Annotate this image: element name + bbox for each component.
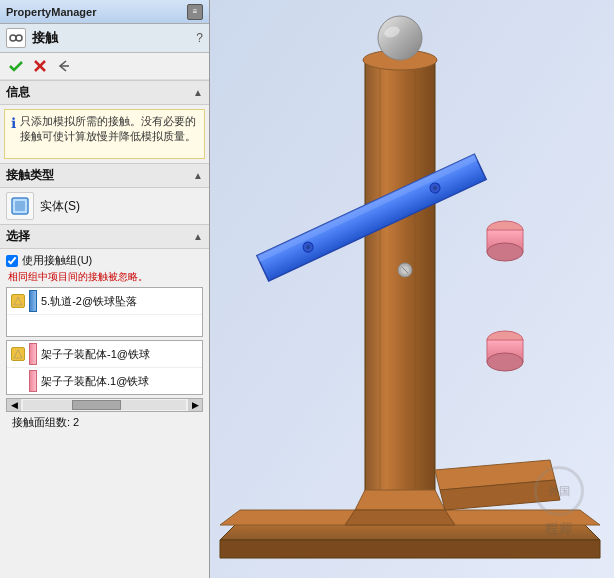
info-chevron-icon: ▲ <box>193 87 203 98</box>
cross-button[interactable] <box>30 56 50 76</box>
svg-rect-6 <box>15 201 25 211</box>
svg-point-28 <box>487 243 523 261</box>
list-item-bar-blue <box>29 290 37 312</box>
back-button[interactable] <box>54 56 74 76</box>
list-item-text-2: 架子子装配体-1@铁球 <box>41 347 150 362</box>
watermark: 外国 程师 <box>534 466 584 538</box>
list-item-icon-1 <box>11 294 25 308</box>
contact-type-title: 接触类型 <box>6 167 54 184</box>
use-contact-group-label: 使用接触组(U) <box>22 253 92 268</box>
contact-type-section: 接触类型 ▲ 实体(S) <box>0 163 209 224</box>
list-item-3[interactable]: 架子子装配体.1@铁球 <box>7 368 202 395</box>
watermark-line2: 程师 <box>545 520 573 538</box>
check-button[interactable] <box>6 56 26 76</box>
scrollbar[interactable]: ◀ ▶ <box>6 398 203 412</box>
svg-point-1 <box>16 35 22 41</box>
list-item-text-3: 架子子装配体.1@铁球 <box>41 374 149 389</box>
list-item-text-1: 5.轨道-2@铁球坠落 <box>41 294 137 309</box>
contact-type-chevron-icon: ▲ <box>193 170 203 181</box>
scrollbar-thumb[interactable] <box>72 400 121 410</box>
selection-title: 选择 <box>6 228 30 245</box>
viewport-panel: 外国 程师 <box>210 0 614 578</box>
svg-marker-36 <box>345 510 455 525</box>
svg-marker-35 <box>355 490 445 510</box>
toolbar <box>0 53 209 80</box>
scrollbar-track[interactable] <box>23 400 186 410</box>
solid-type-icon[interactable] <box>6 192 34 220</box>
property-manager-panel: PropertyManager ≡ 接触 ? <box>0 0 210 578</box>
title-bar: PropertyManager ≡ <box>0 0 209 24</box>
selection-header[interactable]: 选择 ▲ <box>0 224 209 249</box>
list-item-icon-2 <box>11 347 25 361</box>
list-item-bar-pink-1 <box>29 343 37 365</box>
selection-chevron-icon: ▲ <box>193 231 203 242</box>
contact-help[interactable]: ? <box>196 31 203 45</box>
svg-point-31 <box>487 353 523 371</box>
title-bar-icon[interactable]: ≡ <box>187 4 203 20</box>
info-content: ℹ 只添加模拟所需的接触。没有必要的接触可使计算放慢并降低模拟质量。 <box>4 109 205 159</box>
svg-marker-8 <box>14 350 22 358</box>
info-text: 只添加模拟所需的接触。没有必要的接触可使计算放慢并降低模拟质量。 <box>20 114 198 145</box>
svg-marker-11 <box>220 540 600 558</box>
contact-list-2[interactable]: 架子子装配体-1@铁球 架子子装配体.1@铁球 <box>6 340 203 395</box>
contact-type-header[interactable]: 接触类型 ▲ <box>0 163 209 188</box>
contact-count: 接触面组数: 2 <box>6 412 203 433</box>
info-section-header[interactable]: 信息 ▲ <box>0 80 209 105</box>
contact-title: 接触 <box>32 29 190 47</box>
contact-icon <box>6 28 26 48</box>
use-contact-group-checkbox[interactable] <box>6 255 18 267</box>
svg-rect-13 <box>365 60 435 510</box>
list-item-bar-pink-2 <box>29 370 37 392</box>
info-icon: ℹ <box>11 115 16 131</box>
contact-type-content: 实体(S) <box>0 188 209 224</box>
warning-text: 相同组中项目间的接触被忽略。 <box>8 270 203 283</box>
contact-header: 接触 ? <box>0 24 209 53</box>
solid-label: 实体(S) <box>40 198 80 215</box>
watermark-line1: 外国 <box>548 484 570 499</box>
svg-marker-7 <box>14 297 22 305</box>
use-contact-group-row: 使用接触组(U) <box>6 253 203 268</box>
list-item-2[interactable]: 架子子装配体-1@铁球 <box>7 341 202 368</box>
svg-point-0 <box>10 35 16 41</box>
svg-point-18 <box>378 16 422 60</box>
contact-list-1[interactable]: 5.轨道-2@铁球坠落 <box>6 287 203 337</box>
selection-section: 选择 ▲ 使用接触组(U) 相同组中项目间的接触被忽略。 5.轨道-2@铁球坠 <box>0 224 209 437</box>
selection-content: 使用接触组(U) 相同组中项目间的接触被忽略。 5.轨道-2@铁球坠落 <box>0 249 209 437</box>
info-section: 信息 ▲ ℹ 只添加模拟所需的接触。没有必要的接触可使计算放慢并降低模拟质量。 <box>0 80 209 163</box>
watermark-circle: 外国 <box>534 466 584 516</box>
info-section-title: 信息 <box>6 84 30 101</box>
list-item[interactable]: 5.轨道-2@铁球坠落 <box>7 288 202 315</box>
title-bar-text: PropertyManager <box>6 6 96 18</box>
